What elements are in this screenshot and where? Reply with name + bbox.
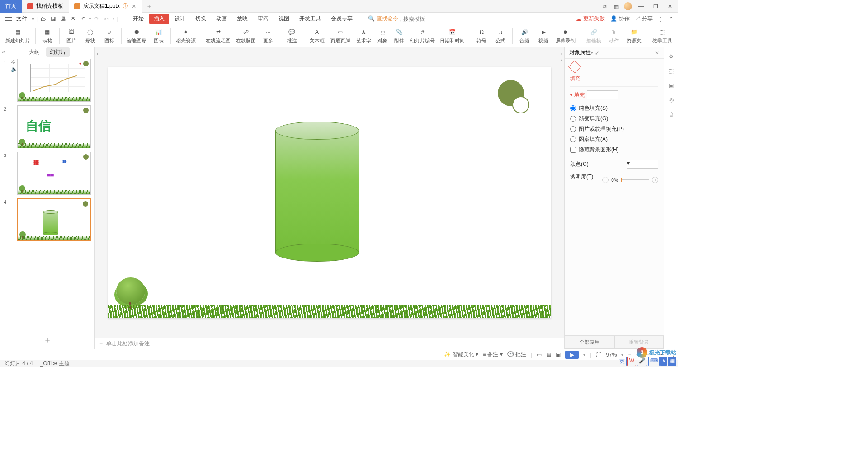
ribbon-shape[interactable]: ◯形状: [81, 27, 99, 45]
radio-solid[interactable]: 纯色填充(S): [570, 103, 658, 113]
menu-member[interactable]: 会员专享: [326, 14, 357, 24]
fit-icon[interactable]: ⛶: [596, 352, 601, 358]
undo-icon[interactable]: ↶: [79, 15, 87, 23]
rail-help-icon[interactable]: ⎙: [667, 110, 675, 118]
radio-gradient[interactable]: 渐变填充(G): [570, 113, 658, 124]
ribbon-headerfooter[interactable]: ▭页眉页脚: [328, 27, 352, 45]
menu-insert[interactable]: 插入: [149, 14, 169, 24]
fill-preset-dropdown[interactable]: [587, 90, 618, 99]
tab-templates[interactable]: 找稻壳模板: [22, 0, 69, 13]
ribbon-annotate[interactable]: 💬批注: [283, 27, 301, 45]
search-cmd-icon[interactable]: 🔍 查找命令: [368, 15, 398, 23]
opacity-slider[interactable]: [621, 179, 649, 180]
ribbon-teachtools[interactable]: ⬚教学工具: [650, 27, 675, 45]
apply-all-button[interactable]: 全部应用: [565, 336, 614, 349]
menu-start[interactable]: 开始: [128, 14, 148, 24]
update-fail[interactable]: 更新失败: [576, 15, 605, 23]
ribbon-doker[interactable]: ✦稻壳资源: [174, 27, 198, 45]
ribbon-formula[interactable]: π公式: [491, 27, 509, 45]
open-icon[interactable]: 🗁: [39, 15, 47, 23]
beautify-button[interactable]: ✨ 智能美化 ▾: [444, 351, 478, 358]
menu-view[interactable]: 视图: [274, 14, 294, 24]
hamburger-icon[interactable]: [5, 17, 12, 21]
close-icon[interactable]: ✕: [132, 3, 136, 9]
ribbon-resource[interactable]: 📁资源夹: [624, 27, 644, 45]
opacity-minus[interactable]: −: [602, 177, 609, 183]
view-normal-icon[interactable]: ▭: [537, 352, 542, 358]
ribbon-video[interactable]: ▶视频: [534, 27, 552, 45]
ribbon-picture[interactable]: 🖼图片: [62, 27, 80, 45]
play-button[interactable]: ▶: [565, 351, 579, 359]
cylinder-shape[interactable]: [275, 122, 359, 262]
redo-icon[interactable]: ↷: [93, 15, 101, 23]
canvas-nav-left[interactable]: ‹: [97, 51, 99, 57]
thumbnail-2[interactable]: 自信: [17, 105, 91, 148]
add-slide-button[interactable]: ＋: [0, 331, 94, 349]
search-input[interactable]: [403, 16, 439, 22]
menu-transition[interactable]: 切换: [191, 14, 211, 24]
thumbnail-list[interactable]: 1 ✲🔈 ◂ 2 自信 3: [0, 57, 94, 331]
rail-layers-icon[interactable]: ▣: [667, 81, 675, 89]
tab-presentation[interactable]: 演示文稿1.pptx ⓘ ✕: [69, 0, 142, 13]
coop-button[interactable]: 👤 协作: [610, 15, 629, 23]
menu-devtools[interactable]: 开发工具: [295, 14, 326, 24]
layout-icon[interactable]: ⧉: [600, 2, 609, 10]
zoom-value[interactable]: 97%: [606, 352, 617, 358]
ribbon-chart[interactable]: 📊图表: [150, 27, 168, 45]
ribbon-new-slide[interactable]: ▤新建幻灯片: [4, 27, 33, 45]
radio-pattern[interactable]: 图案填充(A): [570, 134, 658, 145]
close-panel-icon[interactable]: ✕: [655, 50, 659, 56]
ribbon-slidenumber[interactable]: #幻灯片编号: [408, 27, 437, 45]
ribbon-symbol[interactable]: Ω符号: [472, 27, 491, 45]
print-preview-icon[interactable]: 👁: [69, 15, 77, 23]
radio-picture[interactable]: 图片或纹理填充(P): [570, 124, 658, 134]
avatar[interactable]: [624, 2, 632, 10]
ribbon-datetime[interactable]: 📅日期和时间: [438, 27, 467, 45]
sp-tab-outline[interactable]: 大纲: [25, 47, 43, 57]
ribbon-wordart[interactable]: 𝐀艺术字: [354, 27, 374, 45]
apps-icon[interactable]: ▦: [612, 2, 620, 10]
sp-tab-slides[interactable]: 幻灯片: [46, 47, 70, 57]
notes-bar[interactable]: ≡ 单击此处添加备注: [95, 338, 564, 349]
menu-review[interactable]: 审阅: [253, 14, 273, 24]
color-picker[interactable]: ▾: [627, 160, 658, 169]
slide-canvas[interactable]: [108, 67, 551, 318]
canvas-nav-right[interactable]: ‹›: [561, 51, 562, 63]
close-button[interactable]: ✕: [665, 1, 675, 12]
print-icon[interactable]: 🖶: [59, 15, 67, 23]
minimize-button[interactable]: —: [636, 1, 646, 12]
prop-tab-fill[interactable]: [570, 62, 658, 71]
thumbnail-1[interactable]: ◂: [17, 59, 91, 102]
rail-location-icon[interactable]: ◎: [667, 96, 675, 104]
ribbon-textbox[interactable]: A文本框: [307, 27, 327, 45]
ribbon-audio[interactable]: 🔊音频: [515, 27, 533, 45]
cut-icon[interactable]: ✂: [103, 15, 111, 23]
maximize-button[interactable]: ❐: [650, 1, 661, 12]
ribbon-attachment[interactable]: 📎附件: [392, 27, 407, 45]
ribbon-flowchart[interactable]: ⇄在线流程图: [204, 27, 233, 45]
ribbon-table[interactable]: ▦表格: [38, 27, 57, 45]
ribbon-mindmap[interactable]: ☍在线脑图: [234, 27, 258, 45]
file-menu[interactable]: 文件: [16, 15, 27, 23]
ribbon-more[interactable]: ⋯更多: [259, 27, 277, 45]
notes-placeholder[interactable]: 单击此处添加备注: [106, 340, 150, 348]
tab-home[interactable]: 首页: [0, 0, 22, 13]
view-reading-icon[interactable]: ▣: [556, 352, 561, 358]
pin-icon[interactable]: ⤢: [595, 50, 599, 56]
notes-button[interactable]: ≡ 备注 ▾: [483, 351, 503, 358]
ribbon-smartart[interactable]: ⬢智能图形: [124, 27, 149, 45]
thumbnail-3[interactable]: {███}{███} {██} {████}: [17, 152, 91, 195]
ribbon-object[interactable]: ⬚对象: [375, 27, 391, 45]
collapse-ribbon-icon[interactable]: ⌃: [669, 16, 674, 22]
thumbnail-4[interactable]: [17, 198, 91, 241]
share-button[interactable]: ↗ 分享: [635, 15, 653, 23]
ribbon-screenrec[interactable]: ⏺屏幕录制: [553, 27, 578, 45]
collapse-icon[interactable]: «: [2, 49, 5, 55]
new-tab-button[interactable]: ＋: [142, 2, 157, 10]
rail-settings-icon[interactable]: ⚙: [667, 52, 675, 61]
annotate-button[interactable]: 💬 批注: [507, 351, 526, 358]
opacity-plus[interactable]: +: [652, 177, 658, 183]
rail-style-icon[interactable]: ⬚: [667, 67, 675, 75]
menu-design[interactable]: 设计: [170, 14, 190, 24]
menu-animation[interactable]: 动画: [212, 14, 231, 24]
